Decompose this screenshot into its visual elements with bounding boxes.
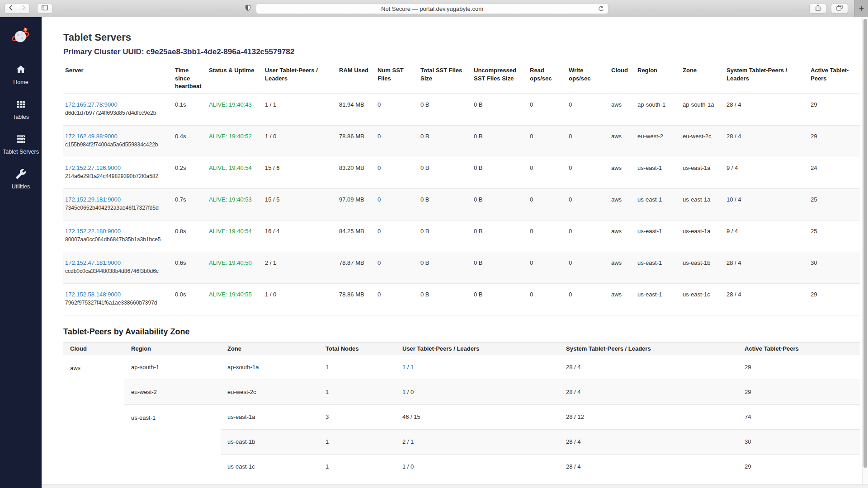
new-tab-plus-icon: + <box>859 4 864 14</box>
yugabyte-logo[interactable] <box>10 24 31 48</box>
total-sst-size-cell: 0 B <box>419 188 472 220</box>
ram-used-cell: 78.87 MB <box>337 252 376 283</box>
num-sst-cell: 0 <box>376 220 419 252</box>
reload-button[interactable] <box>597 5 605 14</box>
server-uuid: 80007aa0cc064db6847b35b1a3b1bce5 <box>65 236 170 243</box>
region-cell: ap-south-1 <box>124 355 221 380</box>
read-ops-cell: 0 <box>528 188 567 220</box>
uncompressed-sst-size-cell: 0 B <box>472 157 528 188</box>
tserver-row: 172.152.47.181:9000 ccdb0c0ca33448038b4d… <box>63 252 860 283</box>
tserver-row: 172.165.27.78:9000 d6dc1d7b97724ff693d85… <box>63 94 860 125</box>
write-ops-cell: 0 <box>567 125 609 157</box>
active-peers-cell: 24 <box>809 157 860 188</box>
system-peers-cell: 28 / 4 <box>559 454 738 479</box>
forward-button[interactable] <box>17 4 30 14</box>
back-icon <box>7 4 14 13</box>
zone-cell: us-east-1c <box>681 283 725 315</box>
status-uptime-cell: ALIVE: 19:40:50 <box>207 252 263 283</box>
num-sst-cell: 0 <box>376 157 419 188</box>
heartbeat-cell: 0.0s <box>173 283 207 315</box>
system-peers-cell: 28 / 4 <box>725 252 809 283</box>
zone-cell: eu-west-2c <box>221 380 319 404</box>
region-cell: us-east-1 <box>636 188 681 220</box>
heartbeat-cell: 0.1s <box>173 94 207 125</box>
column-header: Region <box>636 63 681 94</box>
server-address-link[interactable]: 172.152.47.181:9000 <box>65 259 121 266</box>
uncompressed-sst-size-cell: 0 B <box>472 125 528 157</box>
region-cell: eu-west-2 <box>636 125 681 157</box>
tserver-header-row: Server Time since heartbeat Status & Upt… <box>63 63 860 94</box>
column-header: User Tablet-Peers / Leaders <box>263 63 337 94</box>
status-uptime-cell: ALIVE: 19:40:52 <box>207 125 263 157</box>
column-header: Total Nodes <box>319 342 396 355</box>
heartbeat-cell: 0.8s <box>173 220 207 252</box>
server-address-link[interactable]: 172.152.27.126:9000 <box>65 164 121 171</box>
tables-icon <box>15 99 27 112</box>
ram-used-cell: 81.94 MB <box>337 94 376 125</box>
vertical-scrollbar[interactable] <box>862 17 868 484</box>
zone-cell: us-east-1a <box>681 157 725 188</box>
region-cell: us-east-1 <box>636 252 681 283</box>
server-address-link[interactable]: 172.162.49.88:9000 <box>65 133 118 140</box>
privacy-shield-button[interactable] <box>242 4 253 14</box>
column-header: Num SST Files <box>376 63 419 94</box>
active-peers-cell: 25 <box>809 220 860 252</box>
status-uptime-cell: ALIVE: 19:40:43 <box>207 94 263 125</box>
server-cell: 172.152.47.181:9000 ccdb0c0ca33448038b4d… <box>63 252 173 283</box>
server-address-link[interactable]: 172.152.29.181:9000 <box>65 196 121 203</box>
scrollbar-thumb[interactable] <box>863 19 867 468</box>
sidebar-item-tablet-servers[interactable]: Tablet Servers <box>0 134 42 155</box>
read-ops-cell: 0 <box>528 252 567 283</box>
server-address-link[interactable]: 172.165.27.78:9000 <box>65 101 118 108</box>
column-header: Active Tablet-Peers <box>738 342 860 355</box>
column-header: RAM Used <box>337 63 376 94</box>
user-peers-cell: 1 / 1 <box>263 94 337 125</box>
active-peers-cell: 29 <box>809 125 860 157</box>
nodes-cell: 1 <box>319 429 396 454</box>
server-address-link[interactable]: 172.152.58.148:9000 <box>65 291 121 298</box>
total-sst-size-cell: 0 B <box>419 157 472 188</box>
zone-table: Cloud Region Zone Total Nodes User Table… <box>63 342 860 479</box>
total-sst-size-cell: 0 B <box>419 252 472 283</box>
system-peers-cell: 28 / 12 <box>559 404 738 429</box>
sidebar-item-tables[interactable]: Tables <box>0 99 42 120</box>
server-cell: 172.162.49.88:9000 c155b984f2f74004a5a6d… <box>63 125 173 157</box>
server-cell: 172.152.27.126:9000 214a6e29f1a24c449829… <box>63 157 173 188</box>
new-tab-button[interactable]: + <box>854 0 868 17</box>
server-uuid: d6dc1d7b97724ff693d857d4dfcc9e2b <box>65 110 170 116</box>
server-cell: 172.165.27.78:9000 d6dc1d7b97724ff693d85… <box>63 94 173 125</box>
cloud-cell: aws <box>609 157 636 188</box>
server-address-link[interactable]: 172.152.22.180:9000 <box>65 228 121 235</box>
server-uuid: ccdb0c0ca33448038b4d86746f3b0d6c <box>65 268 170 274</box>
user-peers-cell: 1 / 0 <box>263 283 337 315</box>
sidebar-toggle-button[interactable] <box>37 4 52 14</box>
system-peers-cell: 28 / 4 <box>725 125 809 157</box>
region-cell: eu-west-2 <box>124 380 221 404</box>
column-header: Active Tablet-Peers <box>809 63 860 94</box>
user-peers-cell: 16 / 4 <box>263 220 337 252</box>
system-peers-cell: 28 / 4 <box>559 355 738 380</box>
sidebar-item-home[interactable]: Home <box>0 64 42 85</box>
zone-cell: us-east-1c <box>221 454 319 479</box>
column-header: Cloud <box>609 63 636 94</box>
system-peers-cell: 10 / 4 <box>725 188 809 220</box>
nodes-cell: 1 <box>319 380 396 404</box>
region-cell: us-east-1 <box>124 404 221 479</box>
back-button[interactable] <box>5 4 17 14</box>
tab-overview-button[interactable] <box>831 4 848 14</box>
zone-cell: eu-west-2c <box>681 125 725 157</box>
sidebar-item-utilities[interactable]: Utilities <box>0 169 42 190</box>
server-uuid: 7962f975327f41f6a1ae338660b7397d <box>65 300 170 306</box>
active-peers-cell: 29 <box>738 355 860 380</box>
read-ops-cell: 0 <box>528 283 567 315</box>
ram-used-cell: 78.86 MB <box>337 283 376 315</box>
active-peers-cell: 29 <box>809 283 860 315</box>
region-cell: us-east-1 <box>636 220 681 252</box>
url-bar[interactable]: Not Secure — portal.dev.yugabyte.com <box>256 3 609 14</box>
write-ops-cell: 0 <box>567 157 609 188</box>
heartbeat-cell: 0.7s <box>173 188 207 220</box>
uncompressed-sst-size-cell: 0 B <box>472 188 528 220</box>
column-header: Total SST Files Size <box>419 63 472 94</box>
share-button[interactable] <box>809 4 826 14</box>
tserver-row: 172.152.22.180:9000 80007aa0cc064db6847b… <box>63 220 860 252</box>
